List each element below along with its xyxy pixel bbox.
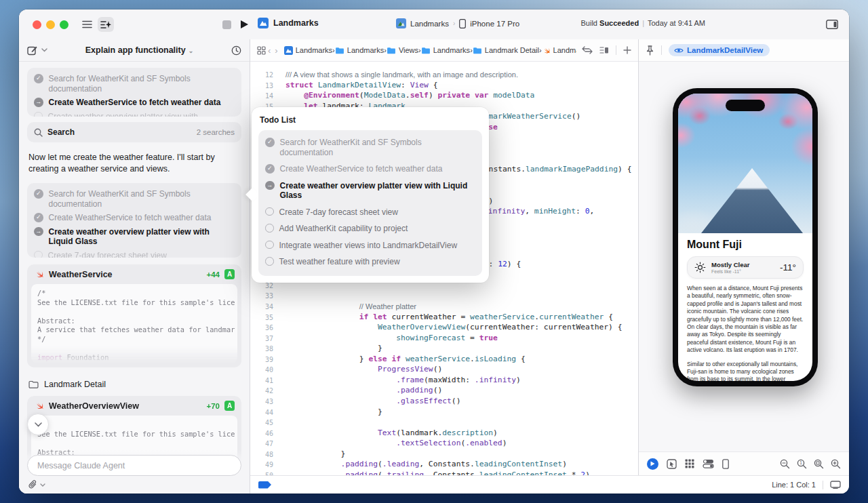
code-line[interactable]: 49.padding(.leading, Constants.leadingCo… (250, 460, 638, 470)
todo-item-current[interactable]: →Create WeatherService to fetch weather … (34, 98, 235, 108)
preview-area[interactable]: Mount Fuji Mostly Clear Feels like -1 (639, 61, 849, 452)
preview-play-button[interactable] (647, 458, 658, 470)
line-number[interactable]: 36 (250, 323, 273, 334)
line-number[interactable]: 44 (250, 407, 273, 418)
code-line[interactable]: 46Text(landmark.description) (250, 428, 638, 439)
todo-item-done[interactable]: ✓Search for WeatherKit and SF Symbols do… (265, 138, 475, 157)
breadcrumb-item[interactable]: LandmarkDetailView (542, 46, 576, 55)
todo-item-done[interactable]: ✓Search for WeatherKit and SF Symbols do… (34, 74, 235, 94)
file-card-weatherservice[interactable]: WeatherService +44 A /*See the LICENSE.t… (27, 264, 241, 367)
todo-item-pending[interactable]: Add WeatherKit capability to project (265, 224, 475, 234)
go-back-button[interactable]: ‹ (268, 45, 271, 56)
zoom-out-button[interactable] (780, 459, 790, 469)
code-line[interactable]: 37showingForecast = true (250, 334, 638, 344)
device-phone-button[interactable] (722, 459, 729, 469)
line-number[interactable]: 40 (250, 365, 273, 376)
line-number[interactable]: 46 (250, 428, 273, 439)
breadcrumb-item[interactable]: Landmarks (335, 46, 384, 54)
code-line[interactable]: 41.frame(maxWidth: .infinity) (250, 376, 638, 386)
code-line[interactable]: 34// Weather platter (250, 302, 638, 313)
stop-agent-button[interactable] (218, 17, 235, 32)
zoom-window-button[interactable] (60, 20, 68, 29)
code-line[interactable]: 35if let currentWeather = weatherService… (250, 313, 638, 323)
conversation-scroll[interactable]: ✓Search for WeatherKit and SF Symbols do… (19, 61, 250, 494)
breadcrumb-item[interactable]: Views (387, 46, 418, 54)
line-number[interactable]: 48 (250, 449, 273, 460)
close-window-button[interactable] (33, 20, 41, 29)
todo-item-pending[interactable]: Test weather feature with preview (265, 257, 475, 267)
variants-grid-button[interactable] (685, 459, 694, 468)
run-button[interactable] (236, 17, 252, 32)
editor-layout-button[interactable] (823, 17, 841, 32)
display-settings-icon[interactable] (830, 481, 841, 489)
search-summary-row[interactable]: Search 2 searches (27, 122, 241, 142)
line-number[interactable]: 35 (250, 313, 273, 323)
code-line[interactable]: 36WeatherOverviewView(currentWeather: cu… (250, 323, 638, 334)
attachment-chevron-icon[interactable] (40, 483, 45, 487)
line-number[interactable]: 14 (250, 91, 273, 102)
pinned-preview-pill[interactable]: LandmarkDetailView (669, 44, 770, 56)
line-number[interactable]: 33 (250, 291, 273, 302)
line-number[interactable]: 38 (250, 344, 273, 355)
project-name[interactable]: Landmarks (258, 18, 319, 28)
related-items-icon[interactable] (257, 46, 266, 55)
todo-item-current[interactable]: →Create weather overview platter view wi… (34, 227, 235, 247)
todo-item-pending[interactable]: Integrate weather views into LandmarkDet… (265, 241, 475, 251)
controls-toggle-button[interactable] (703, 459, 714, 468)
go-forward-button[interactable]: › (275, 45, 277, 56)
todo-preview-card[interactable]: ✓Search for WeatherKit and SF Symbols do… (27, 68, 241, 117)
pin-preview-icon[interactable] (646, 45, 654, 56)
line-number[interactable]: 37 (250, 334, 273, 344)
line-number[interactable]: 49 (250, 460, 273, 470)
line-number[interactable]: 47 (250, 439, 273, 449)
add-editor-icon[interactable] (623, 46, 631, 54)
todo-item-pending[interactable]: Create 7-day forecast sheet view (265, 207, 475, 218)
file-group-row[interactable]: Landmark Detail (28, 380, 240, 389)
code-review-arrows-icon[interactable] (582, 46, 593, 54)
line-number[interactable]: 12 (250, 70, 273, 81)
new-conversation-chevron-icon[interactable] (41, 48, 47, 52)
line-number[interactable]: 42 (250, 386, 273, 397)
build-status[interactable]: Build Succeeded|Today at 9:41 AM (581, 19, 705, 27)
code-line[interactable]: 44} (250, 407, 638, 418)
attachment-paperclip-icon[interactable] (28, 480, 37, 489)
message-input[interactable] (27, 455, 241, 476)
code-line[interactable]: 45 (250, 418, 638, 428)
code-line[interactable]: 14@Environment(ModelData.self) private v… (250, 91, 638, 102)
line-number[interactable]: 39 (250, 355, 273, 365)
code-line[interactable]: 13struct LandmarkDetailView: View { (250, 81, 638, 92)
breakpoint-tag-icon[interactable] (258, 481, 271, 489)
scroll-to-bottom-button[interactable] (27, 414, 49, 435)
zoom-fit-button[interactable] (814, 459, 824, 469)
agent-sessions-list-button[interactable] (79, 17, 95, 32)
iphone-preview-device[interactable]: Mount Fuji Mostly Clear Feels like -1 (673, 88, 818, 386)
todo-item-pending[interactable]: Create weather overview platter view wit… (34, 112, 235, 117)
breadcrumb-item[interactable]: Landmarks (421, 46, 470, 54)
code-line[interactable]: 43.glassEffect() (250, 397, 638, 407)
minimize-window-button[interactable] (46, 20, 55, 29)
code-line[interactable]: 33 (250, 291, 638, 302)
todo-list-card[interactable]: ✓Search for WeatherKit and SF Symbols do… (27, 183, 241, 258)
new-conversation-icon[interactable] (27, 45, 37, 56)
line-number[interactable]: 13 (250, 81, 273, 92)
select-mode-button[interactable] (667, 459, 677, 469)
code-line[interactable]: 50.padding(.trailing, Constants.leadingC… (250, 470, 638, 475)
code-line[interactable]: 38} (250, 344, 638, 355)
line-number[interactable]: 45 (250, 418, 273, 428)
code-line[interactable]: 39} else if weatherService.isLoading { (250, 355, 638, 365)
line-number[interactable]: 34 (250, 302, 273, 313)
line-number[interactable]: 43 (250, 397, 273, 407)
run-destination[interactable]: Landmarks › iPhone 17 Pro (396, 18, 519, 28)
code-line[interactable]: 12/// A view that shows a single landmar… (250, 70, 638, 81)
weather-platter[interactable]: Mostly Clear Feels like -11° -11° (687, 256, 804, 279)
todo-item-current[interactable]: →Create weather overview platter view wi… (265, 181, 475, 201)
todo-item-done[interactable]: ✓Create WeatherService to fetch weather … (34, 213, 235, 223)
breadcrumb-item[interactable]: Landmarks (284, 46, 332, 55)
minimap-icon[interactable] (599, 46, 609, 54)
history-clock-icon[interactable] (231, 45, 241, 56)
code-line[interactable]: 48} (250, 449, 638, 460)
todo-item-done[interactable]: ✓Search for WeatherKit and SF Symbols do… (34, 189, 235, 209)
todo-item-done[interactable]: ✓Create WeatherService to fetch weather … (265, 164, 475, 174)
code-line[interactable]: 40ProgressView() (250, 365, 638, 376)
line-number[interactable]: 50 (250, 470, 273, 475)
